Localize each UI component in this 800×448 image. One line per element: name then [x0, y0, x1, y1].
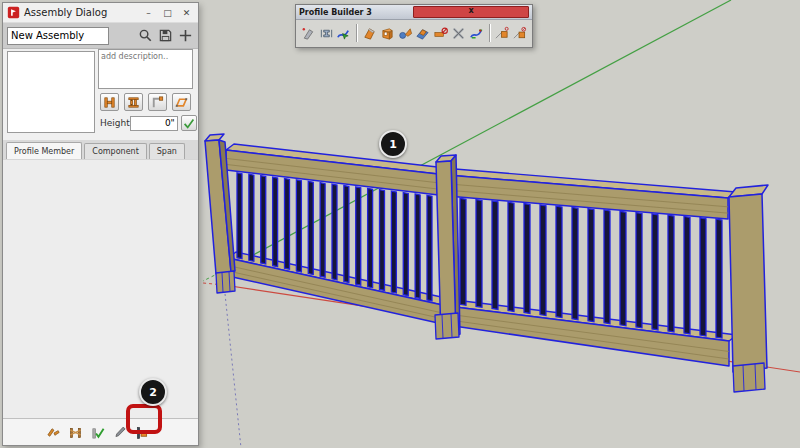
baluster [285, 178, 290, 269]
chamfer-tool[interactable] [361, 23, 378, 43]
baluster [261, 176, 266, 264]
stamp-tool[interactable] [415, 23, 432, 43]
baluster [344, 185, 349, 282]
height-label: Height [100, 118, 130, 128]
baluster [460, 198, 466, 305]
baluster [668, 215, 674, 332]
baluster [636, 213, 642, 328]
anchor-skew-icon[interactable] [172, 93, 191, 111]
edge-profile-circle-tool[interactable] [511, 23, 528, 43]
toolbar-titlebar[interactable]: Profile Builder 3 x [296, 5, 532, 20]
validate-assembly-tool[interactable] [89, 424, 106, 441]
baluster [320, 183, 325, 278]
toolbar-separator [489, 24, 490, 42]
member-tabs: Profile Member Component Span [3, 140, 198, 160]
baluster [588, 209, 594, 322]
height-row: Height [100, 115, 196, 131]
dialog-bottom-toolbar [3, 418, 198, 445]
tab-component[interactable]: Component [84, 143, 146, 159]
description-field[interactable] [98, 49, 193, 89]
assembly-name-input[interactable] [7, 27, 109, 45]
new-assembly-button[interactable] [177, 27, 194, 44]
anchor-option-buttons [100, 93, 191, 111]
baluster [296, 180, 301, 272]
left-post-footing [216, 271, 235, 293]
confirm-height-button[interactable] [181, 115, 197, 131]
baluster [652, 214, 658, 330]
baluster [700, 218, 706, 336]
baluster [716, 219, 722, 338]
trim-to-solids-tool[interactable] [450, 23, 467, 43]
baluster [540, 205, 546, 316]
toolbar-icon-row [296, 20, 532, 47]
baluster [556, 206, 562, 318]
build-assembly-tool[interactable] [67, 424, 84, 441]
blue-axis-dotted [224, 284, 241, 448]
anchor-posts-icon[interactable] [124, 93, 143, 111]
hole-tool[interactable] [432, 23, 449, 43]
baluster [572, 207, 578, 319]
baluster [415, 194, 420, 298]
baluster [620, 211, 626, 326]
baluster [391, 191, 396, 293]
dialog-title: Assembly Dialog [24, 7, 137, 18]
baluster [308, 181, 313, 274]
baluster [403, 193, 408, 296]
baluster [604, 210, 610, 324]
profile-member-tool[interactable] [379, 23, 396, 43]
save-assembly-button[interactable] [157, 27, 174, 44]
baluster [380, 190, 385, 291]
anchor-rails-icon[interactable] [100, 93, 119, 111]
toolbar-close-icon[interactable]: x [413, 6, 529, 18]
baluster [508, 202, 514, 311]
minimize-button[interactable]: – [141, 5, 156, 20]
maximize-button[interactable]: □ [160, 5, 175, 20]
draw-profile-tool[interactable] [300, 23, 317, 43]
baluster [237, 173, 242, 259]
assembly-list[interactable] [7, 51, 95, 133]
baluster [332, 184, 337, 280]
assembly-dialog-window: Assembly Dialog – □ ✕ Height Profile Mem… [2, 2, 199, 446]
assembly-dialog-titlebar[interactable]: Assembly Dialog – □ ✕ [3, 3, 198, 23]
profile-scale-tool[interactable] [318, 23, 335, 43]
baluster [427, 195, 432, 301]
profile-builder-logo-icon [7, 6, 20, 19]
smart-path-select-tool[interactable] [336, 23, 353, 43]
toolbar-separator [356, 24, 357, 42]
edge-profile-line-tool[interactable] [494, 23, 511, 43]
middle-post-footing [435, 313, 459, 339]
profile-builder-toolbar: Profile Builder 3 x [295, 4, 533, 48]
baluster [476, 200, 482, 308]
baluster [356, 187, 361, 285]
step-badge-2: 2 [139, 378, 167, 406]
follow-path-tool[interactable] [397, 23, 414, 43]
smart-path-curve-tool[interactable] [468, 23, 485, 43]
anchor-corner-icon[interactable] [148, 93, 167, 111]
baluster [368, 188, 373, 287]
trim-extend-tool[interactable] [45, 424, 62, 441]
step-badge-1: 1 [379, 130, 407, 158]
tab-span[interactable]: Span [149, 143, 185, 159]
member-content-area [3, 159, 198, 419]
baluster [492, 201, 498, 309]
toolbar-title: Profile Builder 3 [299, 8, 413, 17]
highlight-box [126, 404, 162, 434]
right-post [729, 194, 767, 372]
assembly-info-section: Height [3, 49, 198, 140]
baluster [249, 174, 254, 261]
baluster [684, 216, 690, 334]
right-post-footing [733, 363, 765, 392]
tab-profile-member[interactable]: Profile Member [6, 142, 82, 159]
search-assembly-button[interactable] [137, 27, 154, 44]
baluster [273, 177, 278, 267]
height-input[interactable] [130, 116, 178, 131]
baluster [524, 204, 530, 314]
assembly-name-bar [3, 23, 198, 49]
close-button[interactable]: ✕ [179, 5, 194, 20]
